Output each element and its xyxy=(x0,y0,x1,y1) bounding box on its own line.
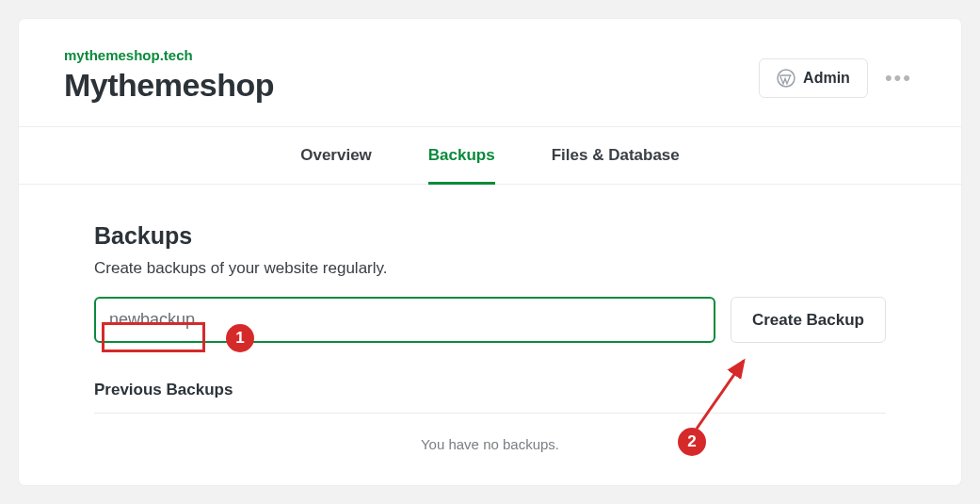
tab-overview[interactable]: Overview xyxy=(300,127,372,184)
create-backup-button[interactable]: Create Backup xyxy=(731,297,886,343)
site-title: Mythemeshop xyxy=(64,67,274,104)
backup-input-row: Create Backup xyxy=(94,297,886,343)
tab-backups[interactable]: Backups xyxy=(428,127,495,184)
section-description: Create backups of your website regularly… xyxy=(94,259,886,278)
section-title: Backups xyxy=(94,222,886,250)
domain-link[interactable]: mythemeshop.tech xyxy=(64,47,193,63)
admin-button[interactable]: Admin xyxy=(759,58,868,98)
main-card: mythemeshop.tech Mythemeshop Admin ••• O… xyxy=(19,19,961,485)
content: Backups Create backups of your website r… xyxy=(19,185,961,475)
empty-state: You have no backups. xyxy=(94,414,886,475)
wordpress-icon xyxy=(777,69,795,88)
tab-files-db[interactable]: Files & Database xyxy=(552,127,680,184)
header: mythemeshop.tech Mythemeshop Admin ••• xyxy=(19,19,961,126)
admin-label: Admin xyxy=(803,70,850,87)
backup-name-input[interactable] xyxy=(94,297,715,343)
previous-backups-title: Previous Backups xyxy=(94,381,886,414)
tabs: Overview Backups Files & Database xyxy=(19,126,961,185)
more-icon[interactable]: ••• xyxy=(881,62,916,94)
header-left: mythemeshop.tech Mythemeshop xyxy=(64,47,274,104)
header-right: Admin ••• xyxy=(759,47,916,98)
svg-point-0 xyxy=(778,70,795,87)
